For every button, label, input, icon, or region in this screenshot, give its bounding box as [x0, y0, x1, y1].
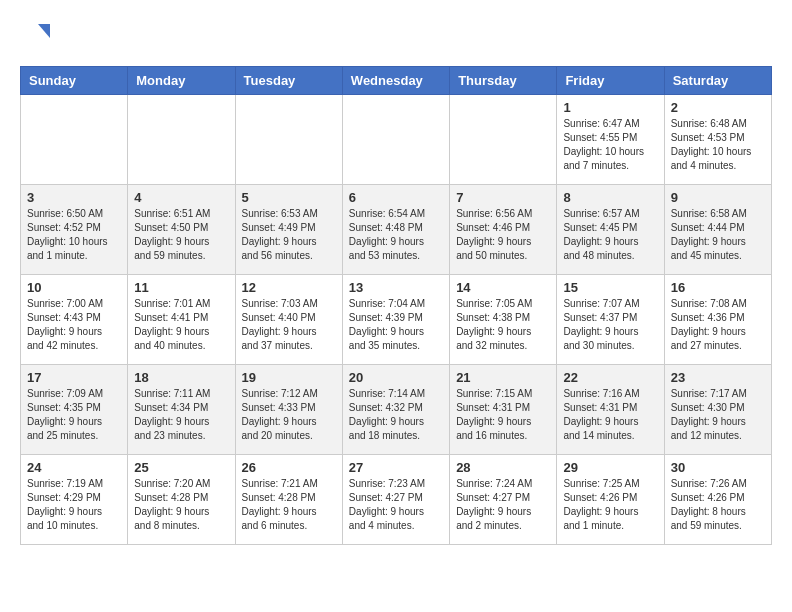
- day-number: 11: [134, 280, 228, 295]
- day-cell-25: 25Sunrise: 7:20 AM Sunset: 4:28 PM Dayli…: [128, 455, 235, 545]
- day-number: 25: [134, 460, 228, 475]
- header-row: SundayMondayTuesdayWednesdayThursdayFrid…: [21, 67, 772, 95]
- day-info: Sunrise: 7:20 AM Sunset: 4:28 PM Dayligh…: [134, 477, 228, 533]
- week-row-3: 10Sunrise: 7:00 AM Sunset: 4:43 PM Dayli…: [21, 275, 772, 365]
- day-number: 7: [456, 190, 550, 205]
- day-cell-27: 27Sunrise: 7:23 AM Sunset: 4:27 PM Dayli…: [342, 455, 449, 545]
- day-cell-empty: [21, 95, 128, 185]
- day-cell-5: 5Sunrise: 6:53 AM Sunset: 4:49 PM Daylig…: [235, 185, 342, 275]
- day-cell-7: 7Sunrise: 6:56 AM Sunset: 4:46 PM Daylig…: [450, 185, 557, 275]
- day-number: 4: [134, 190, 228, 205]
- day-number: 28: [456, 460, 550, 475]
- day-number: 6: [349, 190, 443, 205]
- calendar-header: SundayMondayTuesdayWednesdayThursdayFrid…: [21, 67, 772, 95]
- day-info: Sunrise: 7:16 AM Sunset: 4:31 PM Dayligh…: [563, 387, 657, 443]
- day-info: Sunrise: 7:15 AM Sunset: 4:31 PM Dayligh…: [456, 387, 550, 443]
- day-cell-empty: [450, 95, 557, 185]
- day-cell-30: 30Sunrise: 7:26 AM Sunset: 4:26 PM Dayli…: [664, 455, 771, 545]
- day-info: Sunrise: 6:53 AM Sunset: 4:49 PM Dayligh…: [242, 207, 336, 263]
- day-number: 29: [563, 460, 657, 475]
- day-info: Sunrise: 6:58 AM Sunset: 4:44 PM Dayligh…: [671, 207, 765, 263]
- day-number: 9: [671, 190, 765, 205]
- day-number: 21: [456, 370, 550, 385]
- calendar-body: 1Sunrise: 6:47 AM Sunset: 4:55 PM Daylig…: [21, 95, 772, 545]
- day-info: Sunrise: 7:11 AM Sunset: 4:34 PM Dayligh…: [134, 387, 228, 443]
- day-cell-11: 11Sunrise: 7:01 AM Sunset: 4:41 PM Dayli…: [128, 275, 235, 365]
- day-number: 2: [671, 100, 765, 115]
- day-info: Sunrise: 7:01 AM Sunset: 4:41 PM Dayligh…: [134, 297, 228, 353]
- day-info: Sunrise: 7:05 AM Sunset: 4:38 PM Dayligh…: [456, 297, 550, 353]
- day-cell-18: 18Sunrise: 7:11 AM Sunset: 4:34 PM Dayli…: [128, 365, 235, 455]
- day-cell-23: 23Sunrise: 7:17 AM Sunset: 4:30 PM Dayli…: [664, 365, 771, 455]
- day-info: Sunrise: 7:14 AM Sunset: 4:32 PM Dayligh…: [349, 387, 443, 443]
- week-row-5: 24Sunrise: 7:19 AM Sunset: 4:29 PM Dayli…: [21, 455, 772, 545]
- day-info: Sunrise: 6:47 AM Sunset: 4:55 PM Dayligh…: [563, 117, 657, 173]
- day-number: 10: [27, 280, 121, 295]
- logo-icon: [20, 20, 50, 50]
- day-number: 20: [349, 370, 443, 385]
- day-number: 14: [456, 280, 550, 295]
- day-info: Sunrise: 6:48 AM Sunset: 4:53 PM Dayligh…: [671, 117, 765, 173]
- day-cell-21: 21Sunrise: 7:15 AM Sunset: 4:31 PM Dayli…: [450, 365, 557, 455]
- day-cell-26: 26Sunrise: 7:21 AM Sunset: 4:28 PM Dayli…: [235, 455, 342, 545]
- day-info: Sunrise: 7:12 AM Sunset: 4:33 PM Dayligh…: [242, 387, 336, 443]
- day-cell-empty: [342, 95, 449, 185]
- week-row-4: 17Sunrise: 7:09 AM Sunset: 4:35 PM Dayli…: [21, 365, 772, 455]
- page-header: [20, 20, 772, 50]
- day-number: 13: [349, 280, 443, 295]
- day-cell-20: 20Sunrise: 7:14 AM Sunset: 4:32 PM Dayli…: [342, 365, 449, 455]
- day-cell-6: 6Sunrise: 6:54 AM Sunset: 4:48 PM Daylig…: [342, 185, 449, 275]
- day-cell-8: 8Sunrise: 6:57 AM Sunset: 4:45 PM Daylig…: [557, 185, 664, 275]
- day-number: 15: [563, 280, 657, 295]
- day-info: Sunrise: 7:09 AM Sunset: 4:35 PM Dayligh…: [27, 387, 121, 443]
- day-cell-19: 19Sunrise: 7:12 AM Sunset: 4:33 PM Dayli…: [235, 365, 342, 455]
- day-number: 17: [27, 370, 121, 385]
- day-header-sunday: Sunday: [21, 67, 128, 95]
- day-header-tuesday: Tuesday: [235, 67, 342, 95]
- day-number: 22: [563, 370, 657, 385]
- day-info: Sunrise: 7:23 AM Sunset: 4:27 PM Dayligh…: [349, 477, 443, 533]
- day-cell-empty: [128, 95, 235, 185]
- day-info: Sunrise: 7:04 AM Sunset: 4:39 PM Dayligh…: [349, 297, 443, 353]
- day-header-monday: Monday: [128, 67, 235, 95]
- day-info: Sunrise: 7:26 AM Sunset: 4:26 PM Dayligh…: [671, 477, 765, 533]
- day-info: Sunrise: 7:17 AM Sunset: 4:30 PM Dayligh…: [671, 387, 765, 443]
- day-cell-9: 9Sunrise: 6:58 AM Sunset: 4:44 PM Daylig…: [664, 185, 771, 275]
- day-header-saturday: Saturday: [664, 67, 771, 95]
- day-info: Sunrise: 6:51 AM Sunset: 4:50 PM Dayligh…: [134, 207, 228, 263]
- day-number: 18: [134, 370, 228, 385]
- day-number: 24: [27, 460, 121, 475]
- day-number: 23: [671, 370, 765, 385]
- day-number: 26: [242, 460, 336, 475]
- day-number: 27: [349, 460, 443, 475]
- day-number: 16: [671, 280, 765, 295]
- day-header-friday: Friday: [557, 67, 664, 95]
- calendar-table: SundayMondayTuesdayWednesdayThursdayFrid…: [20, 66, 772, 545]
- week-row-1: 1Sunrise: 6:47 AM Sunset: 4:55 PM Daylig…: [21, 95, 772, 185]
- day-cell-10: 10Sunrise: 7:00 AM Sunset: 4:43 PM Dayli…: [21, 275, 128, 365]
- day-number: 3: [27, 190, 121, 205]
- day-cell-1: 1Sunrise: 6:47 AM Sunset: 4:55 PM Daylig…: [557, 95, 664, 185]
- day-cell-28: 28Sunrise: 7:24 AM Sunset: 4:27 PM Dayli…: [450, 455, 557, 545]
- day-number: 19: [242, 370, 336, 385]
- day-cell-15: 15Sunrise: 7:07 AM Sunset: 4:37 PM Dayli…: [557, 275, 664, 365]
- day-cell-17: 17Sunrise: 7:09 AM Sunset: 4:35 PM Dayli…: [21, 365, 128, 455]
- day-cell-14: 14Sunrise: 7:05 AM Sunset: 4:38 PM Dayli…: [450, 275, 557, 365]
- logo: [20, 20, 54, 50]
- day-number: 5: [242, 190, 336, 205]
- day-header-wednesday: Wednesday: [342, 67, 449, 95]
- day-cell-empty: [235, 95, 342, 185]
- day-info: Sunrise: 7:21 AM Sunset: 4:28 PM Dayligh…: [242, 477, 336, 533]
- day-info: Sunrise: 7:07 AM Sunset: 4:37 PM Dayligh…: [563, 297, 657, 353]
- day-info: Sunrise: 6:50 AM Sunset: 4:52 PM Dayligh…: [27, 207, 121, 263]
- day-cell-24: 24Sunrise: 7:19 AM Sunset: 4:29 PM Dayli…: [21, 455, 128, 545]
- day-info: Sunrise: 7:00 AM Sunset: 4:43 PM Dayligh…: [27, 297, 121, 353]
- day-info: Sunrise: 7:24 AM Sunset: 4:27 PM Dayligh…: [456, 477, 550, 533]
- week-row-2: 3Sunrise: 6:50 AM Sunset: 4:52 PM Daylig…: [21, 185, 772, 275]
- day-cell-12: 12Sunrise: 7:03 AM Sunset: 4:40 PM Dayli…: [235, 275, 342, 365]
- day-info: Sunrise: 7:08 AM Sunset: 4:36 PM Dayligh…: [671, 297, 765, 353]
- day-cell-29: 29Sunrise: 7:25 AM Sunset: 4:26 PM Dayli…: [557, 455, 664, 545]
- day-info: Sunrise: 6:54 AM Sunset: 4:48 PM Dayligh…: [349, 207, 443, 263]
- day-info: Sunrise: 7:25 AM Sunset: 4:26 PM Dayligh…: [563, 477, 657, 533]
- day-cell-16: 16Sunrise: 7:08 AM Sunset: 4:36 PM Dayli…: [664, 275, 771, 365]
